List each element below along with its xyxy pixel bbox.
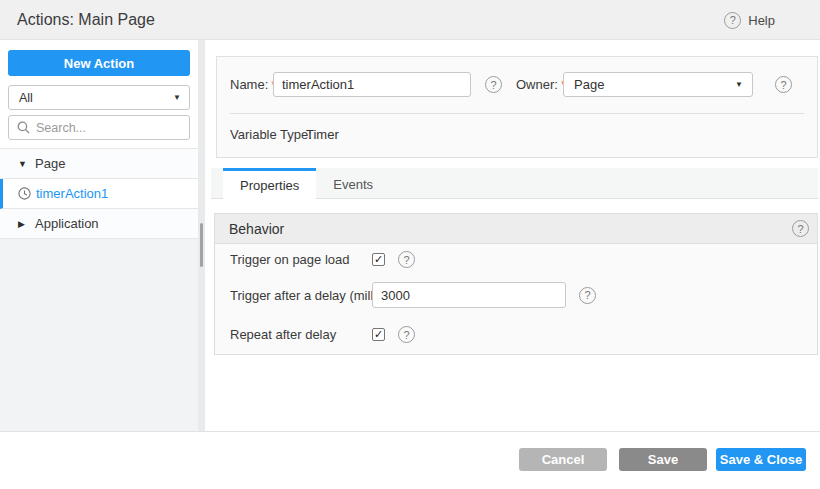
behavior-row-repeat-delay: Repeat after delay ✓ ? bbox=[230, 326, 415, 343]
clock-icon bbox=[18, 187, 31, 200]
behavior-panel-header: Behavior ? bbox=[215, 214, 817, 244]
main-content: Name:* ? Owner:* Page ▼ ? Variable Type:… bbox=[205, 40, 820, 431]
name-input[interactable] bbox=[273, 72, 471, 97]
tab-properties[interactable]: Properties bbox=[223, 168, 316, 199]
tree-item-application[interactable]: ▶ Application bbox=[0, 209, 198, 239]
new-action-button[interactable]: New Action bbox=[8, 50, 190, 76]
help-label: Help bbox=[748, 13, 775, 28]
page-title: Actions: Main Page bbox=[17, 11, 155, 29]
cancel-button[interactable]: Cancel bbox=[519, 448, 607, 471]
actions-dialog: Actions: Main Page ? Help New Action All… bbox=[0, 0, 820, 489]
sidebar-filler bbox=[0, 239, 198, 431]
trigger-delay-label: Trigger after a delay (millisec… bbox=[230, 288, 372, 303]
owner-label: Owner:* bbox=[516, 72, 566, 97]
variable-type-value: Timer bbox=[306, 127, 339, 142]
variable-type-label: Variable Type: bbox=[230, 127, 312, 142]
tab-strip: Properties Events bbox=[211, 168, 818, 199]
behavior-row-trigger-delay: Trigger after a delay (millisec… ? bbox=[230, 282, 596, 308]
action-filter-select[interactable]: All ▼ bbox=[8, 85, 190, 110]
owner-selected-value: Page bbox=[574, 77, 735, 92]
chevron-down-icon: ▼ bbox=[173, 93, 181, 102]
tree-item-label: Page bbox=[35, 156, 65, 171]
owner-help-icon[interactable]: ? bbox=[775, 76, 792, 93]
tree-item-timeraction1[interactable]: timerAction1 bbox=[0, 179, 198, 209]
sidebar-scrollbar-track[interactable] bbox=[198, 40, 205, 431]
sidebar-scrollbar-thumb[interactable] bbox=[200, 223, 203, 267]
tree-item-label: timerAction1 bbox=[36, 186, 108, 201]
actions-tree: ▼ Page timerAction1 ▶ Application bbox=[0, 148, 198, 239]
help-icon: ? bbox=[724, 12, 741, 29]
help-link[interactable]: ? Help bbox=[724, 0, 775, 40]
trigger-delay-input[interactable] bbox=[372, 282, 566, 308]
save-and-close-button[interactable]: Save & Close bbox=[716, 448, 806, 471]
action-search-box bbox=[8, 115, 190, 140]
owner-select[interactable]: Page ▼ bbox=[563, 72, 753, 97]
caret-down-icon[interactable]: ▼ bbox=[18, 159, 35, 169]
filter-selected-value: All bbox=[19, 91, 173, 105]
repeat-delay-checkbox[interactable]: ✓ bbox=[372, 328, 385, 341]
behavior-help-icon[interactable]: ? bbox=[792, 220, 809, 237]
trigger-delay-help-icon[interactable]: ? bbox=[579, 287, 596, 304]
behavior-title: Behavior bbox=[229, 221, 792, 237]
save-button[interactable]: Save bbox=[619, 448, 707, 471]
repeat-delay-label: Repeat after delay bbox=[230, 327, 372, 342]
name-label: Name:* bbox=[230, 72, 276, 97]
trigger-page-load-checkbox[interactable]: ✓ bbox=[372, 253, 385, 266]
behavior-row-trigger-page-load: Trigger on page load ✓ ? bbox=[230, 251, 415, 268]
caret-right-icon[interactable]: ▶ bbox=[18, 219, 35, 229]
dialog-header: Actions: Main Page ? Help bbox=[0, 0, 820, 40]
repeat-delay-help-icon[interactable]: ? bbox=[398, 326, 415, 343]
trigger-page-load-help-icon[interactable]: ? bbox=[398, 251, 415, 268]
tab-events[interactable]: Events bbox=[316, 168, 390, 198]
name-label-text: Name: bbox=[230, 77, 268, 92]
search-input[interactable] bbox=[36, 121, 181, 135]
tree-item-label: Application bbox=[35, 216, 99, 231]
owner-label-text: Owner: bbox=[516, 77, 558, 92]
behavior-panel: Behavior ? Trigger on page load ✓ ? Trig… bbox=[214, 213, 818, 355]
tree-item-page[interactable]: ▼ Page bbox=[0, 149, 198, 179]
action-summary-panel: Name:* ? Owner:* Page ▼ ? Variable Type:… bbox=[216, 56, 818, 158]
trigger-page-load-label: Trigger on page load bbox=[230, 252, 372, 267]
actions-sidebar: New Action All ▼ ▼ Page timerAction1 bbox=[0, 40, 198, 431]
panel-divider bbox=[230, 113, 804, 114]
search-icon bbox=[17, 121, 30, 134]
name-help-icon[interactable]: ? bbox=[485, 76, 502, 93]
chevron-down-icon: ▼ bbox=[735, 80, 743, 89]
dialog-footer: Cancel Save Save & Close bbox=[0, 432, 820, 489]
